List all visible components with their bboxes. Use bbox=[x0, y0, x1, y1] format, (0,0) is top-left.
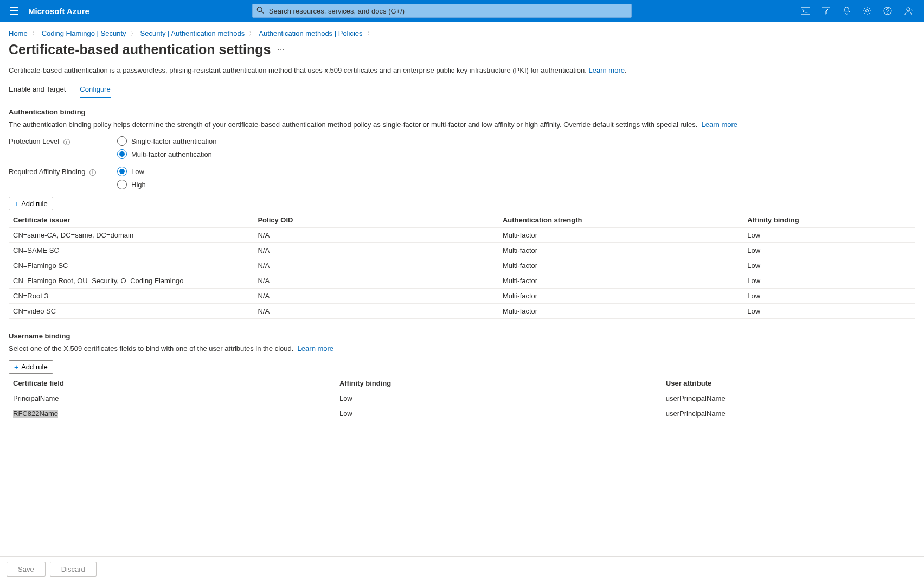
cell-strength: Multi-factor bbox=[498, 304, 743, 319]
chevron-right-icon: 〉 bbox=[32, 30, 37, 37]
svg-line-4 bbox=[261, 11, 264, 14]
breadcrumb-link[interactable]: Home bbox=[9, 29, 28, 37]
cell-strength: Multi-factor bbox=[498, 228, 743, 243]
help-icon[interactable] bbox=[883, 6, 893, 16]
col-auth-strength[interactable]: Authentication strength bbox=[498, 213, 743, 228]
learn-more-link[interactable]: Learn more bbox=[702, 120, 737, 129]
table-row[interactable]: CN=same-CA, DC=same, DC=domainN/AMulti-f… bbox=[9, 228, 915, 243]
auth-binding-table: Certificate issuer Policy OID Authentica… bbox=[9, 213, 915, 319]
cell-field: PrincipalName bbox=[9, 391, 335, 406]
cell-strength: Multi-factor bbox=[498, 258, 743, 273]
cell-attr: userPrincipalName bbox=[662, 406, 915, 421]
username-binding-desc: Select one of the X.509 certificates fie… bbox=[9, 344, 915, 353]
cell-oid: N/A bbox=[253, 304, 498, 319]
page-title: Certificate-based authentication setting… bbox=[9, 42, 271, 57]
table-row[interactable]: RFC822NameLowuserPrincipalName bbox=[9, 406, 915, 421]
tabs: Enable and Target Configure bbox=[9, 85, 915, 98]
tab-configure[interactable]: Configure bbox=[80, 85, 110, 98]
table-row[interactable]: CN=SAME SCN/AMulti-factorLow bbox=[9, 243, 915, 258]
svg-rect-5 bbox=[801, 8, 810, 14]
radio-multi-factor[interactable]: Multi-factor authentication bbox=[117, 149, 217, 159]
col-cert-issuer[interactable]: Certificate issuer bbox=[9, 213, 253, 228]
cell-issuer: CN=Root 3 bbox=[9, 289, 253, 304]
cell-oid: N/A bbox=[253, 273, 498, 289]
cell-issuer: CN=same-CA, DC=same, DC=domain bbox=[9, 228, 253, 243]
cell-affinity: Low bbox=[743, 243, 915, 258]
cell-oid: N/A bbox=[253, 258, 498, 273]
cell-strength: Multi-factor bbox=[498, 289, 743, 304]
username-binding-table: Certificate field Affinity binding User … bbox=[9, 376, 915, 421]
breadcrumb: Home〉 Coding Flamingo | Security〉 Securi… bbox=[0, 22, 924, 41]
learn-more-link[interactable]: Learn more bbox=[588, 66, 624, 74]
cell-oid: N/A bbox=[253, 228, 498, 243]
tab-enable-target[interactable]: Enable and Target bbox=[9, 85, 66, 98]
search-icon bbox=[256, 7, 264, 16]
svg-point-7 bbox=[866, 10, 869, 12]
filter-icon[interactable] bbox=[821, 6, 831, 16]
cell-affinity: Low bbox=[743, 228, 915, 243]
radio-affinity-low[interactable]: Low bbox=[117, 167, 146, 176]
svg-point-10 bbox=[906, 8, 909, 11]
protection-level-row: Protection Level i Single-factor authent… bbox=[9, 136, 915, 159]
add-rule-button[interactable]: +Add rule bbox=[9, 197, 53, 210]
breadcrumb-link[interactable]: Coding Flamingo | Security bbox=[42, 29, 126, 37]
svg-rect-0 bbox=[10, 7, 18, 8]
affinity-binding-label: Required Affinity Binding i bbox=[9, 167, 117, 176]
affinity-binding-row: Required Affinity Binding i Low High bbox=[9, 167, 915, 189]
radio-affinity-high[interactable]: High bbox=[117, 180, 146, 189]
info-icon[interactable]: i bbox=[89, 169, 96, 176]
auth-binding-desc: The authentication binding policy helps … bbox=[9, 120, 915, 129]
global-search bbox=[252, 4, 632, 18]
col-cert-field[interactable]: Certificate field bbox=[9, 376, 335, 391]
main-content: Certificate-based authentication is a pa… bbox=[0, 66, 924, 459]
svg-rect-2 bbox=[10, 14, 18, 15]
col-affinity[interactable]: Affinity binding bbox=[743, 213, 915, 228]
svg-point-3 bbox=[257, 7, 262, 12]
cell-issuer: CN=Flamingo SC bbox=[9, 258, 253, 273]
search-input[interactable] bbox=[252, 4, 632, 18]
auth-binding-heading: Authentication binding bbox=[9, 108, 915, 116]
chevron-right-icon: 〉 bbox=[249, 30, 254, 37]
breadcrumb-link[interactable]: Security | Authentication methods bbox=[140, 29, 245, 37]
cell-issuer: CN=video SC bbox=[9, 304, 253, 319]
radio-single-factor[interactable]: Single-factor authentication bbox=[117, 136, 217, 146]
cell-oid: N/A bbox=[253, 243, 498, 258]
table-row[interactable]: CN=Flamingo SCN/AMulti-factorLow bbox=[9, 258, 915, 273]
page-title-row: Certificate-based authentication setting… bbox=[0, 41, 924, 66]
table-row[interactable]: CN=Flamingo Root, OU=Security, O=Coding … bbox=[9, 273, 915, 289]
col-affinity[interactable]: Affinity binding bbox=[335, 376, 662, 391]
table-row[interactable]: CN=Root 3N/AMulti-factorLow bbox=[9, 289, 915, 304]
cell-issuer: CN=Flamingo Root, OU=Security, O=Coding … bbox=[9, 273, 253, 289]
cell-strength: Multi-factor bbox=[498, 243, 743, 258]
username-binding-heading: Username binding bbox=[9, 332, 915, 340]
cell-oid: N/A bbox=[253, 289, 498, 304]
add-rule-button[interactable]: +Add rule bbox=[9, 360, 53, 374]
protection-level-options: Single-factor authentication Multi-facto… bbox=[117, 136, 217, 159]
chevron-right-icon: 〉 bbox=[131, 30, 136, 37]
brand-label: Microsoft Azure bbox=[28, 7, 89, 16]
cloud-shell-icon[interactable] bbox=[800, 6, 810, 16]
cell-field: RFC822Name bbox=[9, 406, 335, 421]
cell-issuer: CN=SAME SC bbox=[9, 243, 253, 258]
protection-level-label: Protection Level i bbox=[9, 136, 117, 145]
cell-affinity: Low bbox=[743, 304, 915, 319]
cell-attr: userPrincipalName bbox=[662, 391, 915, 406]
info-icon[interactable]: i bbox=[63, 139, 70, 145]
table-row[interactable]: PrincipalNameLowuserPrincipalName bbox=[9, 391, 915, 406]
settings-icon[interactable] bbox=[862, 6, 872, 16]
notifications-icon[interactable] bbox=[842, 6, 851, 16]
feedback-icon[interactable] bbox=[903, 6, 913, 16]
col-user-attr[interactable]: User attribute bbox=[662, 376, 915, 391]
cell-affinity: Low bbox=[743, 289, 915, 304]
more-actions-icon[interactable]: ⋯ bbox=[277, 46, 285, 54]
plus-icon: + bbox=[14, 363, 18, 371]
plus-icon: + bbox=[14, 200, 18, 208]
table-row[interactable]: CN=video SCN/AMulti-factorLow bbox=[9, 304, 915, 319]
breadcrumb-link[interactable]: Authentication methods | Policies bbox=[259, 29, 362, 37]
learn-more-link[interactable]: Learn more bbox=[298, 344, 333, 353]
menu-icon[interactable] bbox=[9, 5, 20, 16]
col-policy-oid[interactable]: Policy OID bbox=[253, 213, 498, 228]
cell-strength: Multi-factor bbox=[498, 273, 743, 289]
cell-affinity: Low bbox=[743, 258, 915, 273]
cell-affinity: Low bbox=[335, 391, 662, 406]
